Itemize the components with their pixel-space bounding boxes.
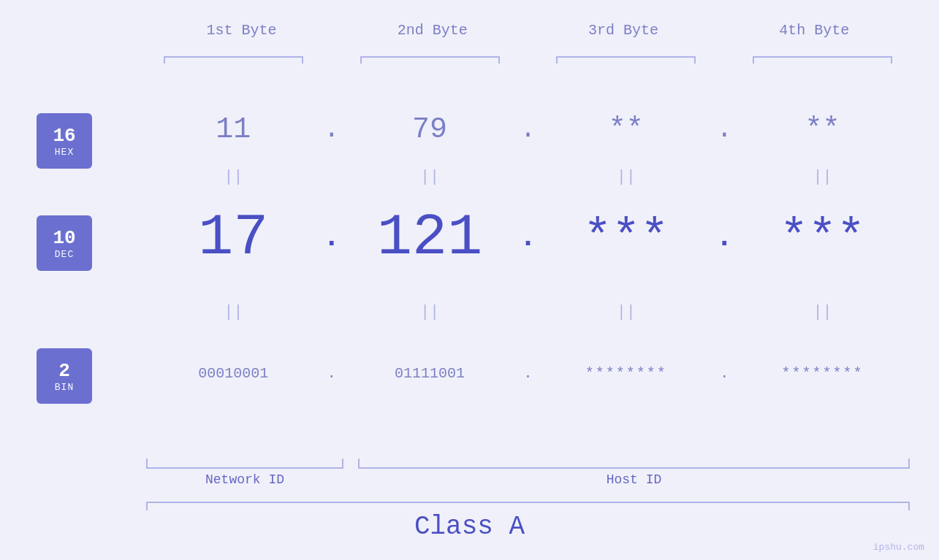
hex-byte4: ** xyxy=(735,113,910,146)
host-id-label: Host ID xyxy=(358,472,910,487)
dec-label: DEC xyxy=(55,249,74,260)
eq7: || xyxy=(539,303,714,321)
hex-dot3: . xyxy=(713,115,735,145)
hex-byte3: ** xyxy=(539,113,714,146)
bin-number: 2 xyxy=(58,360,70,382)
eq-row-2: || || || || xyxy=(146,303,910,321)
byte-2-header: 2nd Byte xyxy=(337,22,528,39)
main-container: 1st Byte 2nd Byte 3rd Byte 4th Byte 16 H… xyxy=(0,0,939,560)
dec-number: 10 xyxy=(53,227,75,249)
bracket-cell-4 xyxy=(735,53,910,67)
hex-number: 16 xyxy=(53,125,75,147)
eq5: || xyxy=(146,303,321,321)
dec-dot1: . xyxy=(321,221,343,254)
hex-label: HEX xyxy=(55,147,74,158)
hex-byte1: 11 xyxy=(146,113,321,146)
bracket-cell-2 xyxy=(343,53,517,67)
byte-3-header: 3rd Byte xyxy=(528,22,719,39)
dec-byte1: 17 xyxy=(146,204,321,271)
bracket-line-4 xyxy=(753,56,892,64)
bin-row: 00010001 . 01111001 . ******** . *******… xyxy=(146,365,910,382)
eq4: || xyxy=(735,168,910,186)
eq3: || xyxy=(539,168,714,186)
eq-row-1: || || || || xyxy=(146,168,910,186)
dec-byte4: *** xyxy=(735,211,910,265)
top-brackets xyxy=(146,53,910,67)
byte-4-header: 4th Byte xyxy=(719,22,910,39)
watermark: ipshu.com xyxy=(873,542,924,553)
bracket-line-2 xyxy=(360,56,500,64)
hex-dot1: . xyxy=(321,115,343,145)
dec-byte2: 121 xyxy=(343,204,517,271)
eq2: || xyxy=(343,168,517,186)
host-id-bracket xyxy=(358,459,910,469)
class-bracket xyxy=(146,502,910,510)
eq1: || xyxy=(146,168,321,186)
bracket-cell-3 xyxy=(539,53,714,67)
bracket-cell-1 xyxy=(146,53,321,67)
dec-row: 17 . 121 . *** . *** xyxy=(146,204,910,271)
hex-dot2: . xyxy=(517,115,539,145)
hex-row: 11 . 79 . ** . ** xyxy=(146,113,910,146)
network-id-bracket xyxy=(146,459,343,469)
bin-byte2: 01111001 xyxy=(343,365,517,382)
dec-badge: 10 DEC xyxy=(37,215,92,271)
bracket-line-1 xyxy=(164,56,303,64)
eq8: || xyxy=(735,303,910,321)
bin-byte1: 00010001 xyxy=(146,365,321,382)
bin-badge: 2 BIN xyxy=(37,348,92,404)
network-id-label: Network ID xyxy=(146,472,343,487)
bin-dot1: . xyxy=(321,365,343,382)
bin-dot2: . xyxy=(517,365,539,382)
dec-dot2: . xyxy=(517,221,539,254)
hex-byte2: 79 xyxy=(343,113,517,146)
byte-1-header: 1st Byte xyxy=(146,22,337,39)
eq6: || xyxy=(343,303,517,321)
hex-badge: 16 HEX xyxy=(37,113,92,169)
class-label: Class A xyxy=(0,512,939,542)
bin-dot3: . xyxy=(713,365,735,382)
dec-byte3: *** xyxy=(539,211,714,265)
dec-dot3: . xyxy=(713,221,735,254)
bin-byte4: ******** xyxy=(735,365,910,382)
bin-byte3: ******** xyxy=(539,365,714,382)
byte-headers: 1st Byte 2nd Byte 3rd Byte 4th Byte xyxy=(146,22,910,39)
bin-label: BIN xyxy=(55,382,74,393)
bracket-line-3 xyxy=(556,56,696,64)
